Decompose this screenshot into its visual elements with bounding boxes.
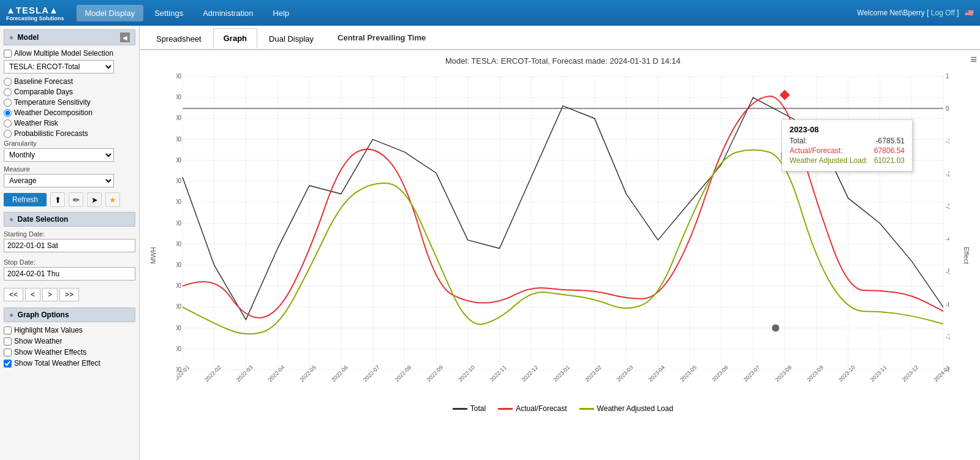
logout-link[interactable]: Log Off (931, 9, 955, 17)
radio-weather-risk-label: Weather Risk (14, 119, 58, 127)
tab-graph[interactable]: Graph (213, 28, 257, 49)
radio-probabilistic-input[interactable] (4, 130, 12, 138)
radio-weather-decomp-label: Weather Decomposition (14, 108, 92, 117)
allow-multiple-row: Allow Multiple Model Selection (4, 49, 135, 58)
allow-multiple-label: Allow Multiple Model Selection (14, 49, 113, 58)
date-section-label: ● Date Selection (9, 215, 68, 224)
radio-temp-sensitivity: Temperature Sensitivity (4, 98, 135, 107)
stop-date-input[interactable]: 2024-02-01 Thu (4, 267, 135, 281)
radio-baseline: Baseline Forecast (4, 77, 135, 86)
measure-select[interactable]: Average (4, 174, 114, 187)
nav-next-btn[interactable]: > (42, 288, 58, 301)
chart-canvas (176, 70, 949, 401)
model-collapse-btn[interactable]: ◀ (120, 32, 130, 42)
edit-button[interactable]: ✏ (69, 192, 83, 207)
model-select-row: TESLA: ERCOT-Total (4, 60, 135, 74)
granularity-select[interactable]: Monthly (4, 148, 114, 162)
chart-wrapper: 2023-08 Total: -6785.51 Actual/Forecast:… (176, 70, 949, 401)
radio-baseline-label: Baseline Forecast (14, 77, 73, 86)
legend-weather-label: Weather Adjusted Load (597, 404, 674, 413)
radio-comparable: Comparable Days (4, 88, 135, 96)
nav-administration[interactable]: Administration (194, 5, 262, 21)
y-axis-left-label: MWH (149, 247, 157, 264)
chart-container: Model: TESLA: ERCOT-Total, Forecast made… (140, 50, 980, 460)
forward-button[interactable]: ➤ (87, 192, 102, 207)
legend-actual-line (498, 408, 513, 410)
radio-probabilistic-label: Probabilistic Forecasts (14, 129, 88, 138)
refresh-button[interactable]: Refresh (4, 193, 47, 206)
date-section-header[interactable]: ● Date Selection (4, 212, 135, 227)
logo: ▲TESLA▲ Forecasting Solutions (6, 5, 64, 21)
flag-icon: 🇺🇸 (965, 9, 974, 17)
measure-label: Measure (4, 165, 135, 173)
legend-actual-label: Actual/Forecast (516, 404, 567, 413)
logo-text: TESLA (16, 5, 49, 15)
nav-help[interactable]: Help (265, 5, 298, 21)
nav-first-btn[interactable]: << (4, 288, 23, 301)
date-nav-buttons: << < > >> (4, 288, 135, 301)
top-navigation: ▲TESLA▲ Forecasting Solutions Model Disp… (0, 0, 980, 26)
measure-select-row: Average (4, 174, 135, 187)
highlight-max-row: Highlight Max Values (4, 326, 135, 334)
allow-multiple-checkbox[interactable] (4, 50, 12, 58)
show-weather-checkbox[interactable] (4, 337, 12, 345)
upload-button[interactable]: ⬆ (50, 192, 65, 207)
granularity-label: Granularity (4, 140, 135, 147)
nav-right: Welcome Net\Bperry [ Log Off ] 🇺🇸 (857, 9, 974, 17)
chart-title: Model: TESLA: ERCOT-Total, Forecast made… (176, 56, 949, 66)
radio-weather-risk: Weather Risk (4, 119, 135, 127)
nav-links: Model Display Settings Administration He… (77, 5, 858, 21)
model-select[interactable]: TESLA: ERCOT-Total (4, 60, 114, 74)
logout-suffix: ] (957, 9, 959, 17)
legend-actual: Actual/Forecast (498, 404, 567, 413)
model-section-header[interactable]: ● Model ◀ (4, 29, 135, 45)
show-weather-label: Show Weather (14, 337, 62, 345)
graph-options-header[interactable]: ● Graph Options (4, 307, 135, 322)
starting-date-label: Starting Date: (4, 230, 135, 238)
tabs-bar: Spreadsheet Graph Dual Display Central P… (140, 26, 980, 50)
legend-total-label: Total (470, 404, 486, 413)
nav-model-display[interactable]: Model Display (77, 5, 144, 21)
radio-comparable-input[interactable] (4, 88, 12, 96)
tab-spreadsheet[interactable]: Spreadsheet (146, 29, 212, 49)
highlight-max-label: Highlight Max Values (14, 326, 83, 334)
forecast-types: Baseline Forecast Comparable Days Temper… (4, 77, 135, 138)
show-total-weather-row: Show Total Weather Effect (4, 359, 135, 368)
model-section-label: ● Model (9, 33, 39, 42)
tab-dual-display[interactable]: Dual Display (258, 29, 324, 49)
radio-weather-risk-input[interactable] (4, 119, 12, 127)
radio-baseline-input[interactable] (4, 78, 12, 86)
stop-date-label: Stop Date: (4, 258, 135, 266)
legend-total: Total (453, 404, 486, 413)
radio-temp-label: Temperature Sensitivity (14, 98, 91, 107)
legend-weather-adjusted: Weather Adjusted Load (579, 404, 674, 413)
show-weather-row: Show Weather (4, 337, 135, 345)
chart-legend: Total Actual/Forecast Weather Adjusted L… (176, 401, 949, 414)
show-weather-effects-label: Show Weather Effects (14, 348, 86, 356)
star-button[interactable]: ★ (105, 192, 120, 207)
nav-last-btn[interactable]: >> (59, 288, 79, 301)
starting-date-input[interactable]: 2022-01-01 Sat (4, 239, 135, 252)
granularity-select-row: Monthly (4, 148, 135, 162)
show-total-weather-label: Show Total Weather Effect (14, 359, 100, 368)
sidebar: ● Model ◀ Allow Multiple Model Selection… (0, 26, 140, 460)
logo-sub: Forecasting Solutions (6, 15, 64, 21)
y-axis-right-label: Effect (963, 247, 970, 264)
refresh-row: Refresh ⬆ ✏ ➤ ★ (4, 192, 135, 207)
legend-total-line (453, 408, 467, 410)
nav-prev-btn[interactable]: < (25, 288, 40, 301)
content-area: Spreadsheet Graph Dual Display Central P… (140, 26, 980, 460)
radio-probabilistic: Probabilistic Forecasts (4, 129, 135, 138)
radio-temp-input[interactable] (4, 99, 12, 107)
hamburger-menu[interactable]: ≡ (970, 53, 977, 66)
welcome-text: Welcome Net\Bperry [ (857, 9, 929, 17)
show-weather-effects-checkbox[interactable] (4, 349, 12, 356)
main-layout: ● Model ◀ Allow Multiple Model Selection… (0, 26, 980, 460)
tab-subtitle: Central Prevailing Time (337, 33, 426, 42)
show-total-weather-checkbox[interactable] (4, 360, 12, 368)
highlight-max-checkbox[interactable] (4, 326, 12, 334)
radio-weather-decomp-input[interactable] (4, 109, 12, 117)
radio-comparable-label: Comparable Days (14, 88, 73, 96)
show-weather-effects-row: Show Weather Effects (4, 348, 135, 356)
nav-settings[interactable]: Settings (146, 5, 192, 21)
